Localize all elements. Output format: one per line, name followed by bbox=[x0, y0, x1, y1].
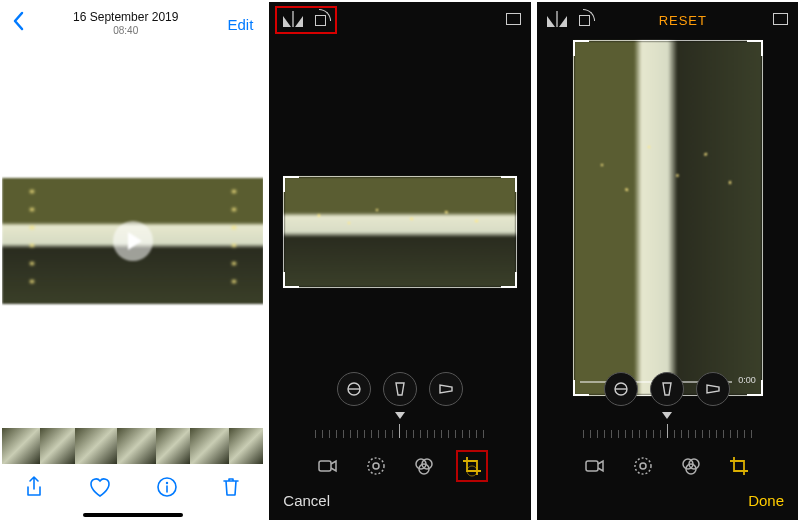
thumb[interactable] bbox=[229, 428, 264, 464]
thumb[interactable] bbox=[75, 428, 117, 464]
vertical-perspective-button[interactable] bbox=[383, 372, 417, 406]
svg-point-4 bbox=[368, 458, 384, 474]
adjust-mode-row bbox=[537, 368, 798, 410]
photos-detail-screen: 16 September 2019 08:40 Edit bbox=[2, 2, 263, 520]
svg-rect-10 bbox=[586, 461, 598, 471]
filters-tab[interactable] bbox=[680, 455, 702, 477]
edit-crop-rotated-screen: RESET 0:00 bbox=[537, 2, 798, 520]
rotate-icon[interactable] bbox=[577, 12, 593, 28]
reset-button[interactable]: RESET bbox=[659, 13, 707, 28]
trash-icon[interactable] bbox=[221, 475, 241, 504]
straighten-button[interactable] bbox=[337, 372, 371, 406]
crop-handle-tr[interactable] bbox=[747, 40, 763, 56]
crop-handle-tl[interactable] bbox=[283, 176, 299, 192]
nav-bar: 16 September 2019 08:40 Edit bbox=[2, 2, 263, 46]
back-button[interactable] bbox=[12, 11, 24, 37]
video-tab[interactable] bbox=[584, 455, 606, 477]
crop-tab-highlighted[interactable] bbox=[461, 455, 483, 477]
thumbnail-strip[interactable] bbox=[2, 428, 263, 464]
crop-frame[interactable]: 0:00 bbox=[573, 40, 763, 396]
aspect-ratio-icon[interactable] bbox=[506, 11, 521, 29]
aspect-ratio-icon[interactable] bbox=[773, 11, 788, 29]
svg-point-1 bbox=[165, 481, 167, 483]
crop-frame[interactable] bbox=[283, 176, 517, 288]
horizontal-perspective-button[interactable] bbox=[429, 372, 463, 406]
angle-ruler[interactable] bbox=[551, 414, 784, 438]
editor-top-bar bbox=[269, 2, 530, 38]
thumb[interactable] bbox=[40, 428, 75, 464]
svg-point-12 bbox=[640, 463, 646, 469]
title-date: 16 September 2019 08:40 bbox=[73, 11, 178, 36]
flip-rotate-group bbox=[547, 12, 593, 28]
thumb[interactable] bbox=[156, 428, 191, 464]
editor-top-bar: RESET bbox=[537, 2, 798, 38]
date-label: 16 September 2019 bbox=[73, 11, 178, 25]
adjust-mode-row bbox=[269, 368, 530, 410]
filters-tab[interactable] bbox=[413, 455, 435, 477]
flip-rotate-group-highlighted bbox=[279, 10, 333, 30]
editor-bottom-bar: Cancel bbox=[269, 486, 530, 514]
flip-icon[interactable] bbox=[283, 13, 303, 27]
edit-crop-screen: Cancel bbox=[269, 2, 530, 520]
flip-icon[interactable] bbox=[547, 13, 567, 27]
rotate-icon[interactable] bbox=[313, 12, 329, 28]
crop-image bbox=[284, 177, 516, 287]
adjust-tab[interactable] bbox=[632, 455, 654, 477]
edit-button[interactable]: Edit bbox=[227, 16, 253, 33]
svg-point-5 bbox=[373, 463, 379, 469]
vertical-perspective-button[interactable] bbox=[650, 372, 684, 406]
crop-handle-bl[interactable] bbox=[283, 272, 299, 288]
cancel-button[interactable]: Cancel bbox=[283, 492, 330, 509]
time-label: 08:40 bbox=[73, 25, 178, 37]
crop-handle-tl[interactable] bbox=[573, 40, 589, 56]
crop-image bbox=[574, 41, 762, 395]
svg-point-11 bbox=[635, 458, 651, 474]
ruler-marker bbox=[662, 412, 672, 419]
svg-rect-3 bbox=[319, 461, 331, 471]
editor-tool-tabs bbox=[537, 446, 798, 486]
editor-bottom-bar: Done bbox=[537, 486, 798, 514]
crop-handle-br[interactable] bbox=[501, 272, 517, 288]
ruler-marker bbox=[395, 412, 405, 419]
adjust-tab[interactable] bbox=[365, 455, 387, 477]
crop-handle-tr[interactable] bbox=[501, 176, 517, 192]
straighten-button[interactable] bbox=[604, 372, 638, 406]
bottom-toolbar bbox=[2, 462, 263, 516]
angle-ruler[interactable] bbox=[283, 414, 516, 438]
video-tab[interactable] bbox=[317, 455, 339, 477]
share-icon[interactable] bbox=[24, 475, 44, 504]
video-preview[interactable] bbox=[2, 178, 263, 304]
home-indicator bbox=[83, 513, 183, 517]
thumb[interactable] bbox=[2, 428, 40, 464]
editor-tool-tabs bbox=[269, 446, 530, 486]
play-icon[interactable] bbox=[113, 221, 153, 261]
thumb[interactable] bbox=[117, 428, 155, 464]
crop-tab[interactable] bbox=[728, 455, 750, 477]
thumb[interactable] bbox=[190, 428, 228, 464]
done-button[interactable]: Done bbox=[748, 492, 784, 509]
horizontal-perspective-button[interactable] bbox=[696, 372, 730, 406]
heart-icon[interactable] bbox=[88, 476, 112, 503]
info-icon[interactable] bbox=[156, 476, 178, 503]
